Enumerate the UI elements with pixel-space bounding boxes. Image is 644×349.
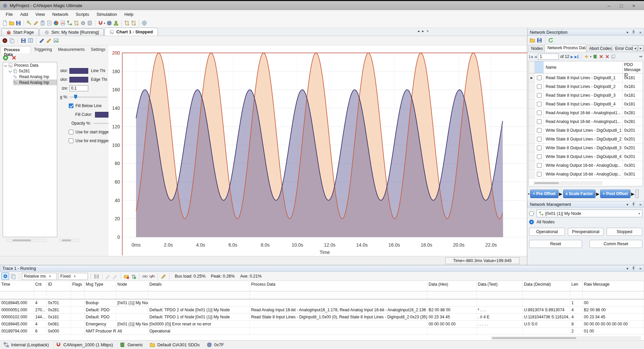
row-checkbox[interactable]	[537, 75, 542, 80]
tab-chart-1-stopped[interactable]: Chart 1 - Stopped	[104, 28, 158, 36]
table-row[interactable]: Read State 8 Input Lines - DigInput8_40x…	[529, 100, 643, 108]
column-header-data-hex-[interactable]: Data (Hex)	[427, 281, 476, 291]
script-gray-icon[interactable]	[131, 20, 136, 26]
row-checkbox[interactable]	[537, 93, 542, 98]
first-record-button[interactable]: ◀	[529, 55, 533, 59]
row-selector[interactable]	[529, 161, 535, 169]
statusbar-item[interactable]: CANopen_1000 (1 Mbps)	[56, 342, 113, 348]
open-icon[interactable]	[529, 37, 535, 43]
new-icon[interactable]	[2, 20, 8, 26]
bookg-icon[interactable]	[120, 342, 125, 348]
menu-view[interactable]: View	[32, 11, 49, 18]
book-icon[interactable]	[28, 38, 33, 43]
trace-table[interactable]: TimeCntIDFlagsMsg TypeNodeDetailsProcess…	[0, 281, 644, 335]
partial-flow-button[interactable]	[635, 190, 639, 198]
chevron-down-icon[interactable]	[4, 64, 7, 67]
tree-item-analog-1[interactable]: Read Analog Inp	[13, 74, 57, 80]
close-button[interactable]: ×	[632, 3, 635, 8]
close-icon[interactable]: ×	[639, 30, 642, 35]
folder-x-icon[interactable]	[124, 274, 129, 279]
filter-cell[interactable]	[250, 291, 427, 299]
marker2-icon[interactable]	[112, 274, 118, 279]
filter-cell[interactable]	[148, 291, 250, 299]
copy-icon[interactable]	[9, 38, 15, 43]
pdo-id-cell[interactable]: 0x181	[623, 73, 643, 82]
chart-plot-area[interactable]: 0204060801001201401601802000ms2.0s4.0s6.…	[108, 45, 527, 256]
pdo-id-cell[interactable]: 0x201	[623, 126, 643, 134]
table-row[interactable]: Read Analog Input 16-bit - AnalogInput1.…	[529, 117, 643, 126]
key-icon[interactable]	[26, 20, 32, 26]
filter-cell[interactable]	[46, 291, 71, 299]
pdo-name-cell[interactable]: Read Analog Input 16-bit - AnalogInput1.…	[544, 117, 623, 126]
column-header-msg-type[interactable]: Msg Type	[84, 281, 116, 291]
tree-item-analog-2[interactable]: Read Analog Inp	[13, 80, 57, 85]
start-stop-trace-button[interactable]	[1, 273, 9, 280]
row-checkbox[interactable]	[537, 146, 542, 150]
size-input[interactable]	[69, 85, 88, 91]
row-selector[interactable]	[529, 135, 535, 143]
tab-measurements[interactable]: Measurements	[55, 46, 88, 53]
operational-button[interactable]: Operational	[529, 228, 565, 236]
column-header-data-text-[interactable]: Data (Text)	[476, 281, 522, 291]
tab-scroll-left-button[interactable]: ◀	[633, 45, 638, 51]
row-checkbox[interactable]	[537, 119, 542, 124]
props-hscrollbar[interactable]	[59, 239, 79, 242]
table-row[interactable]: Read Analog Input 16-bit - AnalogInput1.…	[529, 108, 643, 117]
row-checkbox[interactable]	[537, 163, 542, 168]
table-row[interactable]: Write State 8 Output Lines - DigOutput8_…	[529, 126, 643, 135]
database-icon[interactable]	[87, 20, 93, 26]
filter-cell[interactable]	[570, 291, 582, 299]
save-icon[interactable]	[15, 20, 21, 26]
current-row-indicator[interactable]: ▶	[529, 73, 535, 82]
last-record-button[interactable]: ▶	[575, 55, 578, 59]
pdo-name-cell[interactable]: Read State 8 Input Lines - DigInput8_4	[544, 100, 623, 108]
delete-record-icon[interactable]	[599, 54, 604, 59]
pdo-id-cell[interactable]: 0x301	[623, 170, 643, 178]
chevron-down-icon[interactable]: ▾	[590, 55, 592, 58]
pdo-id-cell[interactable]: 0x181	[623, 82, 643, 91]
column-header-time[interactable]: Time	[0, 281, 34, 291]
tree-hscrollbar[interactable]	[6, 239, 46, 242]
pdo-id-cell[interactable]: 0x181	[623, 100, 643, 108]
process-data-tree[interactable]: Process Data 0x281 Read Analog Inp	[3, 62, 57, 237]
menu-network[interactable]: Network	[49, 11, 72, 18]
chevron-down-icon[interactable]: ▾	[626, 202, 629, 207]
menu-file[interactable]: File	[2, 11, 17, 18]
pin-icon[interactable]	[631, 266, 636, 271]
pdo-name-cell[interactable]: Write State 8 Output Lines - DigOutput8_…	[544, 135, 623, 143]
marker-icon[interactable]	[105, 274, 111, 279]
close-icon[interactable]: ×	[639, 202, 642, 207]
column-header-process-data[interactable]: Process Data	[250, 281, 427, 291]
pdo-name-cell[interactable]: Write State 8 Output Lines - DigOutput8_…	[544, 152, 623, 161]
filter-cell[interactable]	[582, 291, 644, 299]
add-process-data-button[interactable]	[3, 55, 8, 61]
trace-row[interactable]: 00189445.00040x081Emergency[0x01 (1)] My…	[0, 320, 644, 327]
time-format-select[interactable]: Relative ms ▾	[22, 273, 57, 280]
copy-icon[interactable]	[10, 274, 16, 279]
row-checkbox[interactable]	[537, 154, 542, 159]
filter-cell[interactable]	[0, 291, 34, 299]
overflow-chevron-icon[interactable]: ▾▾	[639, 55, 642, 58]
pre-offset-button[interactable]: + Pre Offset	[530, 190, 558, 198]
checkbox-column-header[interactable]	[535, 61, 544, 73]
filter-cell[interactable]	[71, 291, 84, 299]
row-checkbox[interactable]	[537, 84, 542, 89]
pdo-id-cell[interactable]: 0x281	[623, 108, 643, 117]
row-selector[interactable]	[529, 82, 535, 91]
save-icon[interactable]	[94, 274, 99, 279]
column-header-len[interactable]: Len	[570, 281, 582, 291]
image-icon[interactable]	[53, 38, 59, 43]
previous-record-button[interactable]: ◀	[534, 55, 537, 59]
statusbar-item[interactable]: 0x7F	[206, 342, 224, 348]
chevron-down-icon[interactable]: ▾	[626, 30, 629, 35]
pdo-id-cell[interactable]: 0x201	[623, 152, 643, 161]
fill-color-swatch[interactable]	[95, 112, 108, 118]
pdo-id-cell[interactable]: 0x181	[623, 91, 643, 99]
line-color-swatch[interactable]	[69, 68, 88, 74]
save-icon[interactable]	[537, 37, 542, 43]
menu-simulation[interactable]: Simulation	[93, 11, 121, 18]
scale-factor-button[interactable]: x Scale Factor	[563, 190, 595, 198]
remove-process-data-button[interactable]	[11, 55, 17, 61]
tab-abort-codes[interactable]: Abort Codes	[586, 45, 612, 52]
row-checkbox[interactable]	[537, 172, 542, 177]
